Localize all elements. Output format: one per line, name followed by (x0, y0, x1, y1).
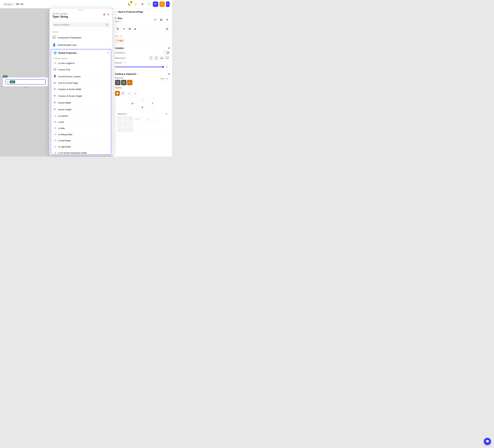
responsive-label-wrap: Responsive ℹ (115, 57, 126, 59)
expand-btn-3[interactable] (127, 80, 132, 85)
conditional-text: Conditional (115, 52, 125, 54)
widget-btn[interactable]: 🖼 (159, 18, 164, 22)
padding-header[interactable]: Padding & Alignment ℹ ▾ (115, 73, 170, 75)
search-wrap: 🔍 (52, 22, 110, 27)
align-bottom-left[interactable]: ↙ (117, 127, 122, 132)
code-btn[interactable]: </> (146, 1, 152, 7)
expand-btn-2[interactable] (121, 80, 126, 85)
option-link-to-current-page[interactable]: Tт Link To Current Page (51, 80, 111, 86)
right-panel: ← Back to ProductListPage T Text Text ✏ … (112, 8, 172, 156)
option-is-light-mode[interactable]: Is Light Mode (51, 144, 111, 150)
visibility-label: Visibility (115, 47, 124, 49)
global-properties-section: 🌐 Global Properties ▾ Available Options … (51, 49, 111, 155)
back-button[interactable]: ← Back to ProductListPage (113, 8, 172, 15)
opacity-handle[interactable] (162, 66, 164, 68)
align-top-center[interactable]: ↑ (123, 116, 128, 121)
delete-btn[interactable]: 🗑 (103, 13, 106, 16)
align-bottom-right[interactable]: ↘ (128, 127, 133, 132)
flex-label-row: Flex ℹ ⚙ (161, 78, 170, 80)
desktop-icon[interactable] (165, 55, 170, 60)
share-btn[interactable]: ⇄ (140, 1, 145, 7)
dropdown-arrow-btn[interactable]: ▼ (166, 1, 170, 7)
visibility-header[interactable]: Visibility ℹ ▾ (115, 47, 170, 50)
screen-height-icon: % (53, 108, 56, 111)
svg-point-23 (53, 146, 55, 147)
align-top-right[interactable]: ↗ (128, 116, 133, 121)
mobile-icon[interactable] (149, 55, 153, 60)
search-input[interactable] (54, 24, 104, 26)
gem-btn[interactable]: 💎 (153, 18, 158, 22)
x-input[interactable] (140, 117, 147, 121)
conditional-toggle[interactable] (164, 51, 170, 54)
flash-btn[interactable]: ⚡ (160, 1, 165, 7)
canvas-handle (23, 87, 28, 88)
opacity-value: 1 (164, 65, 170, 69)
flex-input[interactable] (161, 81, 170, 85)
padding-copy-btn[interactable]: ⧉ (127, 91, 132, 96)
svg-rect-31 (129, 29, 130, 30)
svg-point-42 (156, 59, 157, 59)
option-is-ios[interactable]: Is iOS (51, 119, 111, 125)
add-btn[interactable] (164, 26, 170, 32)
responsive-info-icon: ℹ (126, 57, 126, 59)
lightning-btn[interactable]: ⚡ (133, 1, 138, 7)
option-is-debug-mode[interactable]: Is Debug Mode (51, 131, 111, 138)
edit-icon[interactable]: ✏ (120, 20, 121, 23)
align-middle-right[interactable]: → (128, 122, 133, 126)
align-middle-left[interactable]: ← (117, 122, 122, 126)
padding-type-btn-2[interactable] (120, 91, 125, 96)
option-fraction-screen-height[interactable]: % Fraction of Screen Height (51, 93, 111, 100)
option-is-dark-mode[interactable]: Is Dark Mode (51, 138, 111, 144)
opacity-slider[interactable] (115, 67, 163, 67)
tablet-icon[interactable] (154, 55, 159, 60)
align-bottom-center[interactable]: ↓ (123, 127, 128, 132)
svg-rect-53 (117, 93, 118, 94)
top-bar-right: 5 🐛 ⚡ ⇄ </> 👁 ⚡ ▼ (126, 1, 170, 7)
svg-rect-35 (166, 29, 167, 30)
toggle-icon-light-mode (53, 145, 56, 148)
option-is-user-logged-in[interactable]: Is User Logged In (51, 60, 111, 66)
toggle-icon-ios (53, 121, 56, 124)
option-is-android[interactable]: Is Android (51, 113, 111, 119)
text-var-chip[interactable]: Tт title (115, 38, 125, 43)
alignment-info-icon: ℹ (127, 113, 127, 115)
svg-rect-29 (129, 28, 130, 29)
align-top-left[interactable]: ↖ (117, 116, 122, 121)
padding-reset-btn[interactable]: ↺ (133, 91, 137, 96)
cross-out-btn[interactable] (115, 26, 120, 32)
alignment-section: Alignment ℹ ↺ ↖ ↑ ↗ ← • → ↙ ↓ ↘ (115, 111, 170, 134)
text-section: Text ⚙ Tт title (113, 33, 172, 45)
align-middle-center[interactable]: • (123, 122, 128, 126)
source-item-component-params[interactable]: Component Parameters › (49, 34, 112, 41)
notification-btn[interactable]: 5 🐛 (126, 1, 132, 7)
text-link-icon: Tт (53, 82, 56, 84)
option-screen-width[interactable]: % Screen Width (51, 100, 111, 106)
option-current-time[interactable]: Current Time (51, 66, 111, 73)
laptop-icon[interactable] (160, 55, 164, 60)
padding-diagram-wrap: T 12 R B (115, 98, 170, 110)
x-label-wrap: X ⚙ (136, 118, 139, 120)
option-is-web[interactable]: Is Web (51, 125, 111, 131)
text-label-row: Text ⚙ (115, 35, 170, 37)
option-fraction-screen-width[interactable]: % Fraction of Screen Width (51, 86, 111, 93)
flag-btn[interactable]: ⚑ (165, 18, 170, 22)
play-btn[interactable]: ▶ (133, 26, 138, 31)
alignment-reset-btn[interactable]: ↺ (165, 113, 167, 115)
eye-btn[interactable]: 👁 (153, 1, 158, 7)
padding-type-btn-1[interactable] (115, 91, 120, 96)
option-current-device-location[interactable]: Current Device Location (51, 73, 111, 80)
notification-count: 5 (130, 1, 132, 3)
svg-point-2 (53, 63, 55, 64)
expand-btn-1[interactable] (115, 80, 120, 85)
source-item-authenticated-user[interactable]: 👤 Authenticated User › (49, 41, 112, 49)
cursor-arrow-btn[interactable] (121, 26, 126, 32)
option-label-is-light-mode: Is Light Mode (58, 146, 71, 148)
global-header[interactable]: 🌐 Global Properties ▾ (51, 49, 111, 56)
close-btn[interactable]: ✕ (107, 13, 110, 16)
option-screen-height[interactable]: % Screen Height (51, 106, 111, 113)
option-is-on-screen-keyboard-visible[interactable]: Is On-Screen Keyboard Visible (51, 150, 111, 155)
expansion-group: Expansion (115, 77, 132, 85)
grid-btn[interactable] (127, 26, 132, 32)
location-pin-icon (53, 75, 56, 78)
y-input[interactable] (150, 117, 158, 121)
